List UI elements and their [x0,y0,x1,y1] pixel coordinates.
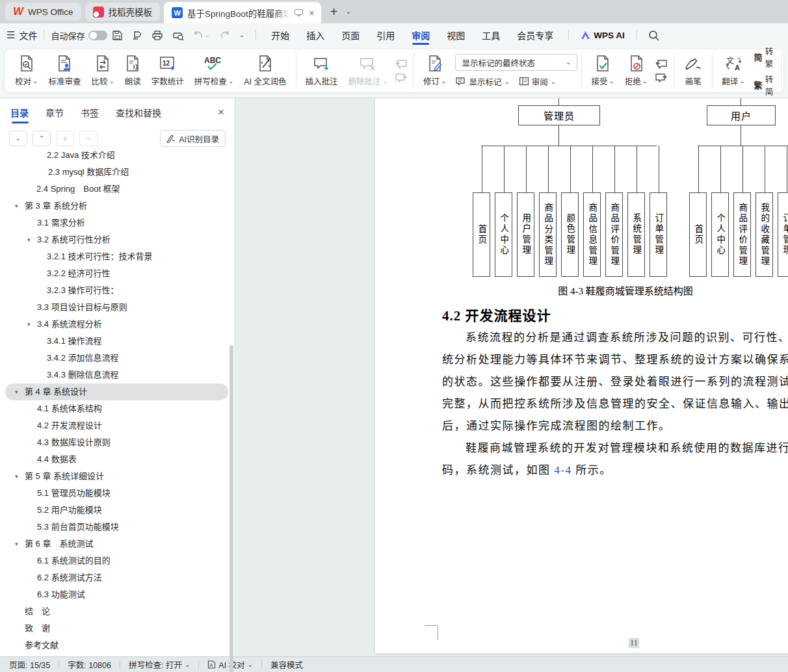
insert-comment-button[interactable]: 插入批注 [300,53,343,88]
tab-home[interactable]: 开始 [263,23,298,47]
toc-item[interactable]: ▾ 2.2 Java 技术介绍 [5,151,228,164]
toc-item[interactable]: ▾ 第 6 章 系统测试 [5,536,228,552]
toc-item[interactable]: ▾ 3.4.1 操作流程 [5,333,228,350]
restrict-editing-button[interactable]: 限制编辑 [785,53,788,88]
toc-item[interactable]: ▾ 3.2.3 操作可行性： [5,282,228,299]
tab-insert[interactable]: 插入 [298,23,333,47]
standard-review-button[interactable]: 标准审查 [43,53,86,88]
toc-item[interactable]: ▾ 3.1 需求分析 [5,214,228,231]
translate-button[interactable]: 文A 翻译⌄ [716,53,750,88]
toc-item[interactable]: ▾ 3.2 系统可行性分析 [5,231,228,248]
track-changes-button[interactable]: 修订⌄ [418,53,451,88]
collapse-arrow-icon[interactable]: ▾ [15,536,25,552]
show-markup-button[interactable]: 显示标记⌄ [455,75,509,88]
tab-member[interactable]: 会员专享 [508,23,562,47]
toc-item[interactable]: ▾ 3.4 系统流程分析 [5,316,228,333]
ai-polish-button[interactable]: AI 全文润色 [239,53,291,88]
toc-item[interactable]: ▾ 5.2 用户功能模块 [5,502,228,519]
toc-item[interactable]: ▾ 2.3 mysql 数据库介绍 [5,164,228,181]
toc-next-heading-button[interactable]: ⌄ [9,131,27,146]
enter-fullscreen-icon[interactable] [295,9,303,16]
tab-view[interactable]: 视图 [438,23,473,47]
collapse-arrow-icon[interactable]: ▾ [15,383,25,400]
close-sidebar-icon[interactable]: × [218,106,224,119]
toc-item[interactable]: ▾ 第 4 章 系统设计 [5,383,228,400]
toc-item[interactable]: ▾ 4.2 开发流程设计 [5,417,228,434]
toc-item[interactable]: ▾ 6.2 系统测试方法 [5,569,228,586]
read-aloud-button[interactable]: 朗读 [120,53,146,88]
autosave-toggle[interactable] [88,31,107,40]
pen-button[interactable]: 画笔 [678,53,708,88]
toc-item[interactable]: ▾ 3.2.2 经济可行性 [5,265,228,282]
toc-item[interactable]: ▾ 4.4 数据表 [5,451,228,468]
export-pdf-button[interactable] [127,30,147,41]
tab-page[interactable]: 页面 [333,23,368,47]
proofread-button[interactable]: 校对⌄ [10,53,43,88]
undo-button[interactable]: ⌄ [189,31,214,40]
sidebar-tab-contents[interactable]: 目录 [10,103,29,122]
toc-previous-heading-button[interactable]: ⌃ [33,131,51,146]
more-quick-actions-chevron[interactable]: ⌄ [235,32,249,38]
previous-change-button[interactable] [655,59,667,69]
undo-chevron[interactable]: ⌄ [204,32,209,38]
sidebar-tab-chapters[interactable]: 章节 [46,103,64,122]
close-tab-icon[interactable]: × [308,7,316,18]
tab-list-chevron[interactable]: ⌄ [343,8,354,15]
to-traditional-button[interactable]: 简 转繁 [754,45,774,70]
markup-state-dropdown[interactable]: 显示标记的最终状态 ⌄ [455,54,577,71]
compare-button[interactable]: 比较⌄ [86,53,119,88]
wps-ai-button[interactable]: WPS AI [575,31,630,40]
toc-item[interactable]: ▾ 参考文献 [5,637,228,654]
print-preview-button[interactable] [168,30,189,41]
redo-button[interactable] [215,31,235,40]
search-icon[interactable] [644,30,664,41]
spell-check-button[interactable]: ABC 拼写检查⌄ [189,53,239,88]
file-menu[interactable]: ☰ 文件 [7,29,37,42]
collapse-arrow-icon[interactable]: ▾ [27,231,37,248]
tab-review[interactable]: 审阅 [403,23,438,47]
sidebar-scrollbar[interactable] [230,345,233,672]
toc-item[interactable]: ▾ 4.1 系统体系结构 [5,400,228,417]
save-button[interactable] [107,30,127,41]
toc-item[interactable]: ▾ 第 3 章 系统分析 [5,198,228,214]
toc-item[interactable]: ▾ 第 5 章 系统详细设计 [5,468,228,485]
collapse-arrow-icon[interactable]: ▾ [27,316,37,333]
toc-item[interactable]: ▾ 2.4 Spring Boot 框架 [5,181,228,198]
toc-item[interactable]: ▾ 结 论 [5,603,228,620]
previous-comment-button[interactable] [395,59,407,69]
spell-check-status[interactable]: 拼写检查: 打开 ⌄ [129,658,190,671]
toc-item[interactable]: ▾ 3.4.3 删除信息流程 [5,367,228,383]
toc-item[interactable]: ▾ 6.1 系统测试的目的 [5,552,228,569]
accept-button[interactable]: 接受⌄ [586,53,619,88]
review-pane-button[interactable]: 审阅⌄ [519,75,556,88]
toc-item[interactable]: ▾ 3.3 项目设计目标与原则 [5,299,228,316]
toc-item[interactable]: ▾ 4.3 数据库设计原则 [5,434,228,451]
collapse-arrow-icon[interactable]: ▾ [15,468,25,485]
print-button[interactable] [147,30,168,41]
toc-item[interactable]: ▾ 致 谢 [5,620,228,637]
new-tab-button[interactable]: + [325,5,343,19]
toc-expand-button[interactable]: + [56,131,74,146]
tab-docer-templates[interactable]: 找稻壳模板 [85,3,161,21]
tab-tools[interactable]: 工具 [473,23,508,47]
toc-collapse-button[interactable]: − [79,131,98,146]
word-count-button[interactable]: 12 字数统计 [146,53,189,88]
tab-wps-office[interactable]: W WPS Office [5,3,81,21]
sidebar-tab-bookmarks[interactable]: 书签 [81,103,99,122]
toc-item[interactable]: ▾ 5.1 管理员功能模块 [5,485,228,502]
toc-item[interactable]: ▾ 6.3 功能测试 [5,586,228,603]
reject-button[interactable]: 拒绝⌄ [620,53,653,88]
toc-item[interactable]: ▾ 3.4.2 添加信息流程 [5,350,228,367]
tab-current-document[interactable]: W 基于SpringBoot的鞋履商城管 × [164,2,321,23]
toc-item[interactable]: ▾ 3.2.1 技术可行性：技术背景 [5,248,228,265]
next-change-button[interactable] [655,73,667,83]
toc-item[interactable]: ▾ 5.3 前台首页功能模块 [5,519,228,536]
word-count-indicator[interactable]: 字数: 10806 [68,658,111,671]
tab-reference[interactable]: 引用 [368,23,403,47]
ai-recognize-toc-button[interactable]: AI识别目录 [160,130,226,147]
page-indicator[interactable]: 页面: 15/35 [9,658,50,671]
collapse-arrow-icon[interactable]: ▾ [15,198,25,214]
delete-comment-button[interactable]: 删除批注⌄ [343,53,393,88]
sidebar-tab-find-replace[interactable]: 查找和替换 [116,103,161,122]
to-simplified-button[interactable]: 繁 转简 [754,73,774,97]
